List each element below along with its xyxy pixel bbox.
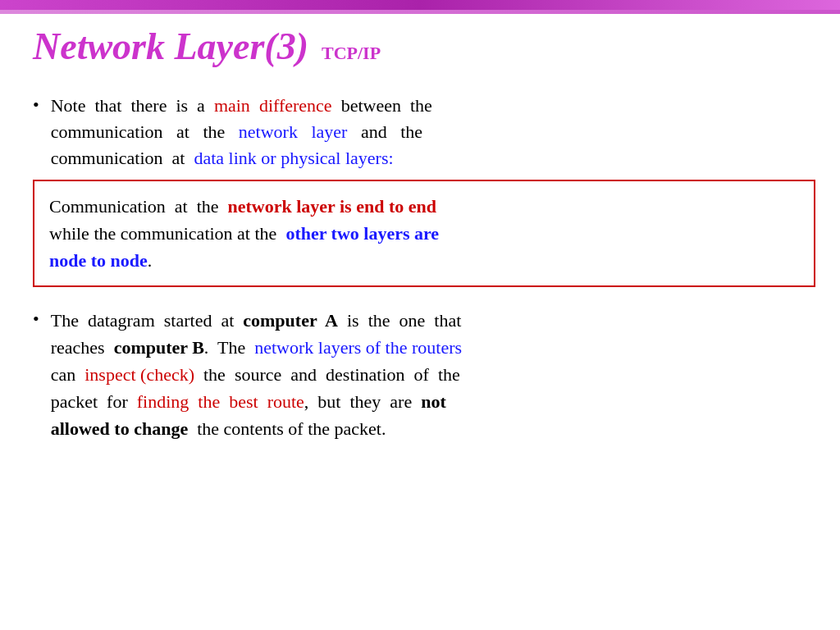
word-network-layer: network layer [239,121,348,142]
word-not: not [421,391,446,412]
network-layers-routers: network layers of the routers [254,337,462,358]
top-bar [0,0,840,10]
page-title: Network Layer(3) [33,25,308,68]
not-allowed: allowed to change [51,418,188,439]
box-highlight-1: network layer is end to end [228,196,436,217]
bullet-item-1: • Note that there is a main difference b… [33,93,815,171]
title-subtitle: TCP/IP [322,43,381,64]
box-highlight-3: node to node [49,250,148,271]
word-data-link: data link or physical layers: [194,148,393,168]
word-main: main [214,95,250,116]
bullet-section-1: • Note that there is a main difference b… [33,93,815,287]
bullet-text-1: Note that there is a main difference bet… [51,93,815,171]
computer-b: computer B [114,337,204,358]
bullet-dot-2: • [33,308,39,330]
finding-route: finding the best route [137,391,304,412]
bullet-dot-1: • [33,94,39,116]
box-highlight-2: other two layers are [285,223,439,244]
bullet-item-2: • The datagram started at computer A is … [33,307,815,442]
bullet-section-2: • The datagram started at computer A is … [33,307,815,442]
inspect-check: inspect (check) [84,364,194,385]
bullet-text-2: The datagram started at computer A is th… [51,307,815,442]
accent-bar [0,10,840,14]
highlight-box: Communication at the network layer is en… [33,180,815,287]
main-content: Network Layer(3) TCP/IP • Note that ther… [33,25,815,614]
title-area: Network Layer(3) TCP/IP [33,25,815,68]
word-difference: difference [259,95,332,116]
computer-a: computer A [243,310,338,331]
